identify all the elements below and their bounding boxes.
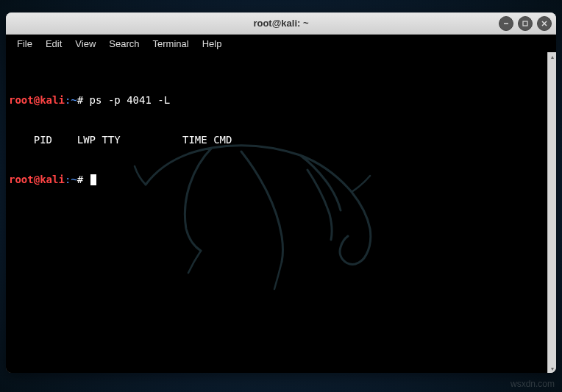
close-button[interactable] — [537, 16, 552, 31]
terminal-cursor — [90, 174, 96, 185]
prompt-path: ~ — [71, 94, 77, 106]
output-line-1: PID LWP TTY TIME CMD — [9, 133, 544, 146]
prompt-path: ~ — [71, 174, 77, 185]
prompt-user: root — [9, 174, 34, 185]
maximize-button[interactable] — [518, 16, 533, 31]
watermark: wsxdn.com — [511, 379, 555, 389]
prompt-host: kali — [40, 174, 65, 185]
prompt-line-2: root@kali:~# — [9, 173, 544, 186]
svg-rect-1 — [523, 21, 527, 26]
minimize-button[interactable] — [499, 16, 513, 31]
prompt-hash: # — [77, 174, 83, 185]
prompt-at: @ — [34, 174, 40, 185]
titlebar[interactable]: root@kali: ~ — [6, 13, 556, 35]
window-controls — [499, 16, 552, 31]
menu-view[interactable]: View — [68, 37, 102, 51]
prompt-at: @ — [34, 94, 40, 106]
scroll-down-button[interactable]: ▾ — [548, 364, 556, 373]
terminal-window: root@kali: ~ File Edit View Search Termi… — [6, 13, 556, 373]
terminal-area: root@kali:~# ps -p 4041 -L PID LWP TTY T… — [6, 52, 556, 373]
command-text: ps -p 4041 -L — [83, 94, 170, 106]
kali-dragon-logo — [109, 96, 403, 317]
menu-search[interactable]: Search — [102, 37, 146, 51]
scroll-up-button[interactable]: ▴ — [548, 52, 556, 61]
menu-help[interactable]: Help — [196, 37, 229, 51]
prompt-host: kali — [40, 94, 65, 106]
prompt-line-1: root@kali:~# ps -p 4041 -L — [9, 93, 544, 107]
prompt-user: root — [9, 94, 34, 106]
menu-edit[interactable]: Edit — [39, 37, 68, 51]
menubar: File Edit View Search Terminal Help — [6, 35, 556, 52]
menu-terminal[interactable]: Terminal — [146, 37, 196, 51]
prompt-hash: # — [77, 94, 83, 106]
window-title: root@kali: ~ — [253, 18, 308, 29]
scrollbar[interactable]: ▴ ▾ — [547, 52, 556, 373]
menu-file[interactable]: File — [10, 37, 39, 51]
terminal-content[interactable]: root@kali:~# ps -p 4041 -L PID LWP TTY T… — [6, 52, 547, 373]
